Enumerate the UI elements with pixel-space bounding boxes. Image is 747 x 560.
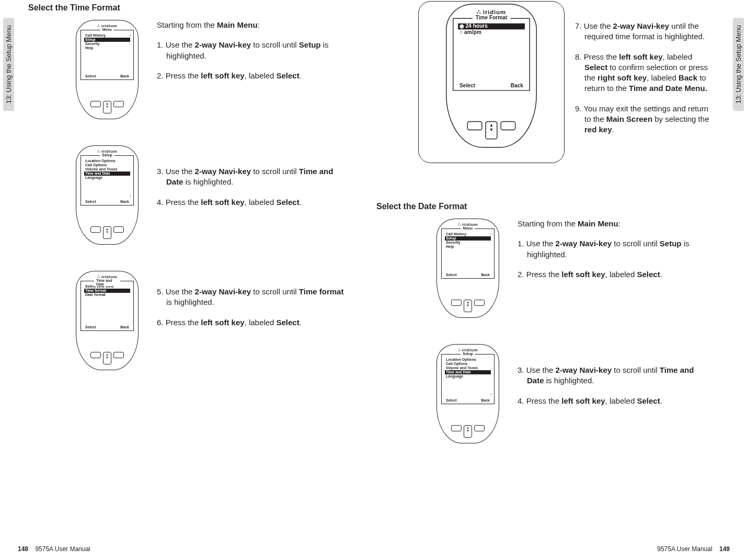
scroll-up-icon: ↑ [523, 24, 526, 30]
menu-item-highlighted: Setup [84, 38, 130, 42]
keypad: ▲▼ [437, 300, 499, 312]
side-tab-left: 13: Using the Setup Menu [3, 18, 14, 111]
step-group-r2: iridium Setup Location Options Call Opti… [434, 344, 732, 443]
screen-title: Setup [100, 153, 114, 157]
phone-screen: Menu ↑ Call History Setup Security Help … [81, 30, 134, 80]
softkey-left: Select [459, 83, 475, 88]
menu-item: Volume and Tones [445, 366, 491, 370]
menu-item: Help [84, 46, 130, 50]
softkey-left: Select [85, 200, 96, 203]
step-group-3: iridium Time and Date Select time zone T… [73, 271, 371, 370]
menu-item: Language [445, 374, 491, 379]
phone-illustration: iridium Setup Location Options Call Opti… [76, 145, 139, 245]
phone-screen: Time and Date Select time zone Time form… [81, 281, 134, 331]
menu-item: Volume and Tones [84, 167, 130, 172]
scroll-down-icon: ↓ [129, 193, 131, 198]
phone-illustration: iridium Menu ↑ Call History Setup Securi… [436, 219, 499, 318]
phone-illustration: iridium Time Format ↑ 24 hours am/pm Sel… [446, 4, 537, 148]
scroll-down-icon: ↓ [490, 392, 492, 396]
softkey-left: Select [446, 398, 457, 402]
instruction-text: 7. Use the 2-way Navi-key until the requ… [575, 21, 716, 144]
page-148: Select the Time Format iridium Menu ↑ Ca… [16, 0, 371, 560]
softkey-right: Back [120, 200, 129, 203]
menu-item-highlighted: Time and Date [445, 370, 491, 374]
menu-item: Call Options [84, 163, 130, 167]
instruction-text: 3. Use the 2-way Navi-key to scroll unti… [518, 344, 706, 416]
keypad: ▲▼ [446, 121, 536, 140]
menu-item-highlighted: Time and Date [84, 172, 130, 176]
softkey-left: Select [85, 74, 96, 78]
scroll-up-icon: ↑ [490, 232, 492, 237]
softkey-right: Back [120, 74, 129, 78]
radio-option: am/pm [458, 29, 525, 36]
phone-illustration: iridium Setup Location Options Call Opti… [436, 344, 499, 443]
phone-screen: Menu ↑ Call History Setup Security Help … [441, 228, 495, 279]
step-group-r1: iridium Menu ↑ Call History Setup Securi… [434, 219, 732, 318]
screen-title: Menu [461, 226, 475, 230]
softkey-right: Back [481, 273, 490, 277]
menu-item: Security [84, 42, 130, 46]
step-group-1: iridium Menu ↑ Call History Setup Securi… [73, 20, 371, 119]
menu-item: Call History [445, 232, 491, 236]
softkey-right: Back [120, 325, 129, 329]
instruction-text: 5. Use the 2-way Navi-key to scroll unti… [157, 271, 345, 337]
menu-item: Location Options [445, 358, 491, 362]
menu-item: Call History [84, 33, 130, 38]
menu-item: Date format [84, 293, 130, 297]
side-tab-right: 13: Using the Setup Menu [733, 18, 744, 111]
softkey-right: Back [511, 83, 523, 88]
page-149: iridium Time Format ↑ 24 hours am/pm Sel… [376, 0, 732, 560]
menu-item: Call Options [445, 362, 491, 366]
radio-option-selected: 24 hours [458, 24, 525, 30]
phone-illustration: iridium Time and Date Select time zone T… [76, 271, 139, 370]
page-footer: 148 9575A User Manual [18, 545, 90, 553]
keypad: ▲▼ [76, 101, 138, 113]
phone-illustration: iridium Menu ↑ Call History Setup Securi… [76, 20, 139, 119]
heading-date-format: Select the Date Format [376, 202, 732, 211]
phone-screen: Time Format ↑ 24 hours am/pm SelectBack [453, 18, 530, 91]
menu-item: Help [445, 245, 491, 249]
keypad: ▲▼ [76, 352, 138, 364]
softkey-left: Select [446, 273, 457, 277]
phone-screen: Setup Location Options Call Options Volu… [441, 354, 495, 404]
menu-item-highlighted: Time format [84, 289, 130, 293]
screen-title: Time and Date [94, 279, 120, 286]
phone-screen: Setup Location Options Call Options Volu… [81, 155, 134, 205]
instruction-text: Starting from the Main Menu: 1. Use the … [518, 219, 706, 289]
menu-item-highlighted: Setup [445, 236, 491, 241]
keypad: ▲▼ [76, 226, 138, 239]
instruction-text: 3. Use the 2-way Navi-key to scroll unti… [157, 145, 345, 217]
softkey-right: Back [481, 398, 490, 402]
heading-time-format: Select the Time Format [28, 3, 371, 13]
keypad: ▲▼ [437, 425, 499, 438]
menu-item: Security [445, 241, 491, 245]
screen-title: Menu [100, 28, 114, 31]
screen-title: Setup [461, 352, 475, 356]
menu-item: Location Options [84, 159, 130, 163]
page-footer: 9575A User Manual 149 [657, 545, 730, 553]
scroll-up-icon: ↑ [129, 33, 131, 38]
screen-title: Time Format [473, 15, 510, 20]
softkey-left: Select [85, 325, 96, 329]
step-group-2: iridium Setup Location Options Call Opti… [73, 145, 371, 245]
menu-item: Language [84, 176, 130, 180]
instruction-text: Starting from the Main Menu: 1. Use the … [157, 20, 345, 90]
phone-frame-large: iridium Time Format ↑ 24 hours am/pm Sel… [418, 1, 565, 163]
